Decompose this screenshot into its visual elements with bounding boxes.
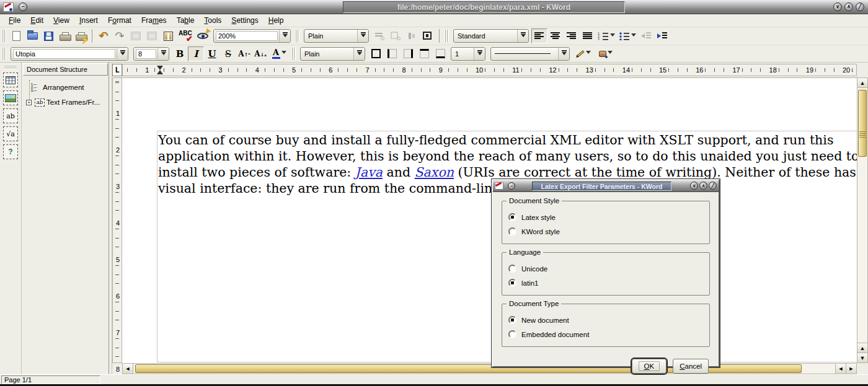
tree-item-arrangement[interactable]: 1.— 2.— 3.— Arrangement bbox=[26, 80, 108, 95]
menu-item-table[interactable]: Table bbox=[172, 15, 200, 26]
dialog-close-button[interactable]: ╱ bbox=[709, 182, 717, 190]
bullet-list-dropdown-icon[interactable] bbox=[631, 33, 636, 39]
underline-button[interactable]: U bbox=[204, 46, 220, 61]
radio-button[interactable] bbox=[508, 279, 516, 287]
radio-kword-style[interactable]: KWord style bbox=[508, 224, 709, 239]
menu-item-help[interactable]: Help bbox=[264, 15, 289, 26]
increase-indent-button[interactable] bbox=[654, 29, 670, 43]
menu-item-insert[interactable]: Insert bbox=[74, 15, 103, 26]
superscript-button[interactable]: A↑ᵃ bbox=[236, 46, 252, 61]
new-document-button[interactable] bbox=[8, 29, 24, 43]
toolbar-handle[interactable] bbox=[4, 65, 17, 69]
window-titlebar[interactable]: − file:/home/peter/doc/beginlatex/para.x… bbox=[0, 0, 868, 14]
paragraph-style-dropdown-icon[interactable] bbox=[357, 30, 368, 42]
expander-icon[interactable]: + bbox=[26, 100, 32, 105]
toolbar-handle[interactable] bbox=[445, 30, 449, 42]
background-color-button[interactable] bbox=[595, 46, 617, 61]
scroll-up-button[interactable]: ▲ bbox=[857, 78, 867, 88]
tab-type-selector[interactable]: L bbox=[112, 64, 122, 76]
save-button[interactable] bbox=[40, 29, 56, 43]
radio-new-document[interactable]: New document bbox=[508, 313, 709, 327]
print-button[interactable] bbox=[56, 29, 73, 43]
numbered-list-dropdown-icon[interactable] bbox=[610, 33, 615, 39]
dialog-minimize-button[interactable]: ∨ bbox=[690, 182, 698, 190]
toolbar-handle[interactable] bbox=[295, 30, 299, 42]
vertical-ruler[interactable]: 12345678 bbox=[112, 77, 122, 363]
autocorrect-button[interactable] bbox=[195, 29, 211, 43]
dialog-titlebar[interactable]: − Latex Export Filter Parameters - KWord… bbox=[493, 180, 719, 192]
border-outline-button[interactable] bbox=[368, 46, 384, 61]
zoom-combo[interactable] bbox=[213, 29, 291, 43]
border-width-dropdown-icon[interactable] bbox=[474, 48, 485, 60]
toolbar-handle[interactable] bbox=[291, 48, 296, 60]
numbered-list-button[interactable]: 1.2.3. bbox=[596, 29, 617, 43]
open-button[interactable] bbox=[24, 29, 40, 43]
spellcheck-button[interactable]: ABC✔ bbox=[176, 29, 195, 43]
horizontal-ruler[interactable]: 1234567891011121314151617181920 bbox=[122, 64, 857, 76]
align-right-button[interactable] bbox=[564, 29, 580, 43]
background-color-dropdown-icon[interactable] bbox=[608, 51, 613, 56]
radio-button[interactable] bbox=[508, 316, 516, 324]
link-saxon[interactable]: Saxon bbox=[415, 165, 454, 180]
radio-embedded-document[interactable]: Embedded document bbox=[508, 327, 709, 341]
radio-button[interactable] bbox=[508, 265, 516, 273]
toolbar-handle[interactable] bbox=[2, 30, 6, 42]
font-family-combo[interactable] bbox=[11, 47, 128, 61]
subscript-button[interactable]: A↓ₐ bbox=[252, 46, 268, 61]
font-size-dropdown-icon[interactable] bbox=[157, 48, 169, 60]
import-style-button[interactable] bbox=[388, 29, 404, 43]
border-style-combo[interactable] bbox=[490, 47, 570, 61]
zoom-dropdown-icon[interactable] bbox=[279, 30, 290, 42]
menu-item-tools[interactable]: Tools bbox=[199, 15, 226, 26]
document-structure-header[interactable]: Document Structure bbox=[23, 63, 108, 76]
frame-style-button[interactable] bbox=[420, 29, 436, 43]
frame-style-combo[interactable]: Plain bbox=[300, 47, 365, 61]
insert-formula-button[interactable]: √a bbox=[3, 126, 18, 141]
align-left-button[interactable] bbox=[531, 29, 547, 43]
horizontal-scrollbar[interactable]: ◄ ◄ ► bbox=[122, 363, 857, 374]
dialog-sticky-button[interactable]: − bbox=[508, 182, 515, 190]
radio-button[interactable] bbox=[508, 330, 516, 338]
link-java[interactable]: Java bbox=[355, 165, 383, 180]
bold-button[interactable]: B bbox=[172, 46, 188, 61]
radio-button[interactable] bbox=[508, 213, 516, 221]
radio-unicode[interactable]: Unicode bbox=[508, 261, 709, 276]
tree-item-text-frames[interactable]: + ab Text Frames/Fr... bbox=[26, 95, 108, 110]
create-style-button[interactable] bbox=[371, 29, 388, 43]
minimize-button[interactable]: ∨ bbox=[833, 2, 842, 11]
font-family-input[interactable] bbox=[16, 50, 113, 58]
bullet-list-button[interactable] bbox=[617, 29, 638, 43]
scroll-down-button[interactable]: ▼ bbox=[857, 353, 867, 362]
vertical-scroll-thumb[interactable] bbox=[858, 90, 867, 157]
scroll-left-button-right[interactable]: ◄ bbox=[835, 364, 846, 374]
dialog-maximize-button[interactable]: ∧ bbox=[699, 182, 707, 190]
font-size-input[interactable] bbox=[138, 50, 154, 58]
menu-item-format[interactable]: Format bbox=[103, 15, 136, 26]
sticky-button[interactable]: − bbox=[19, 2, 27, 11]
menu-item-settings[interactable]: Settings bbox=[226, 15, 263, 26]
frame-columns-button[interactable] bbox=[160, 29, 176, 43]
border-right-button[interactable] bbox=[400, 46, 416, 61]
border-top-button[interactable] bbox=[416, 46, 432, 61]
ok-button[interactable]: OK bbox=[632, 359, 667, 374]
vertical-scrollbar[interactable]: ▲ ▲ ▼ bbox=[857, 77, 868, 363]
menu-item-file[interactable]: File bbox=[4, 15, 25, 26]
scroll-up-button-bottom[interactable]: ▲ bbox=[857, 343, 867, 353]
insert-picture-button[interactable] bbox=[3, 90, 18, 105]
kword-app-icon[interactable] bbox=[3, 2, 14, 12]
border-left-button[interactable] bbox=[384, 46, 400, 61]
stylist-combo[interactable]: Standard bbox=[453, 29, 529, 43]
cancel-button[interactable]: Cancel bbox=[673, 359, 709, 374]
latex-export-dialog[interactable]: − Latex Export Filter Parameters - KWord… bbox=[492, 179, 720, 367]
edit-frame-button[interactable] bbox=[128, 29, 144, 43]
border-width-combo[interactable]: 1 bbox=[451, 47, 485, 61]
text-color-dropdown-icon[interactable] bbox=[281, 51, 286, 56]
strikethrough-button[interactable]: S bbox=[220, 46, 236, 61]
insert-text-frame-button[interactable]: ab bbox=[3, 108, 18, 123]
border-color-dropdown-icon[interactable] bbox=[586, 51, 591, 56]
frame-style-dropdown-icon[interactable] bbox=[353, 48, 365, 60]
stylist-dropdown-icon[interactable] bbox=[517, 30, 528, 42]
menu-item-frames[interactable]: Frames bbox=[136, 15, 172, 26]
scroll-left-button[interactable]: ◄ bbox=[123, 364, 133, 374]
align-center-button[interactable] bbox=[547, 29, 564, 43]
